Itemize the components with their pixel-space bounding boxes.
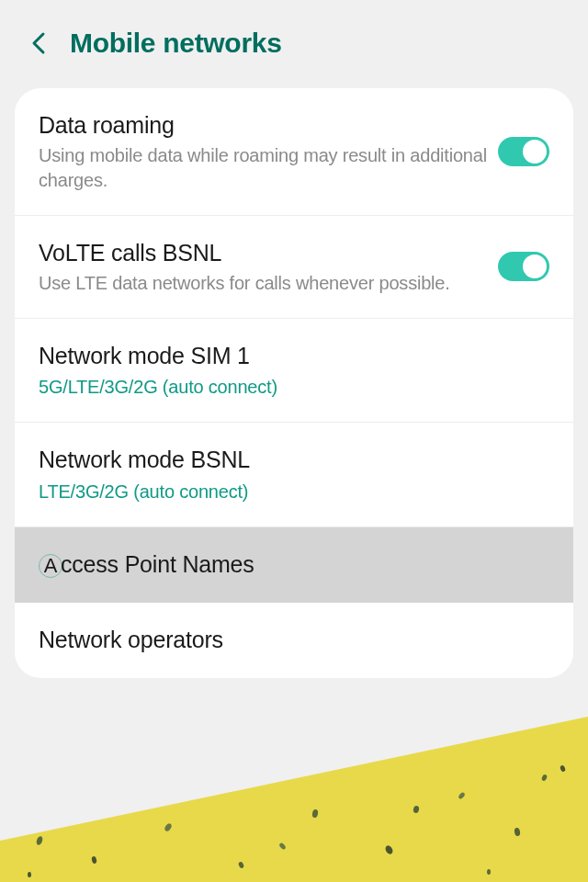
item-value: LTE/3G/2G (auto connect) (39, 480, 549, 504)
toggle-volte[interactable] (498, 252, 549, 281)
toggle-data-roaming[interactable] (498, 137, 549, 166)
item-value: 5G/LTE/3G/2G (auto connect) (39, 375, 549, 400)
setting-volte[interactable]: VoLTE calls BSNL Use LTE data networks f… (15, 216, 573, 319)
decorative-footer (0, 717, 588, 882)
item-title: VoLTE calls BSNL (39, 238, 487, 269)
toggle-thumb (523, 140, 547, 164)
item-text: Network operators (39, 625, 549, 656)
item-title: Network mode BSNL (39, 445, 549, 476)
item-title: Network mode SIM 1 (39, 341, 549, 372)
item-text: Network mode SIM 1 5G/LTE/3G/2G (auto co… (39, 341, 549, 401)
item-text: VoLTE calls BSNL Use LTE data networks f… (39, 238, 487, 296)
back-icon[interactable] (26, 30, 51, 56)
item-text: Network mode BSNL LTE/3G/2G (auto connec… (39, 445, 549, 504)
item-text: Data roaming Using mobile data while roa… (39, 110, 487, 193)
item-subtitle: Use LTE data networks for calls whenever… (39, 271, 487, 296)
item-title: Data roaming (39, 110, 487, 141)
circled-a-icon: A (39, 554, 62, 578)
page-title: Mobile networks (70, 28, 282, 59)
setting-network-mode-sim1[interactable]: Network mode SIM 1 5G/LTE/3G/2G (auto co… (15, 319, 573, 424)
setting-apn[interactable]: Access Point Names (15, 527, 573, 603)
item-subtitle: Using mobile data while roaming may resu… (39, 143, 487, 193)
setting-network-operators[interactable]: Network operators (15, 603, 573, 678)
item-title: Access Point Names (39, 549, 549, 581)
header: Mobile networks (0, 0, 588, 81)
toggle-thumb (523, 254, 547, 278)
item-text: Access Point Names (39, 549, 549, 581)
apn-title-rest: ccess Point Names (61, 551, 254, 577)
settings-card: Data roaming Using mobile data while roa… (15, 88, 573, 678)
setting-network-mode-bsnl[interactable]: Network mode BSNL LTE/3G/2G (auto connec… (15, 423, 573, 527)
item-title: Network operators (39, 625, 549, 656)
setting-data-roaming[interactable]: Data roaming Using mobile data while roa… (15, 88, 573, 216)
